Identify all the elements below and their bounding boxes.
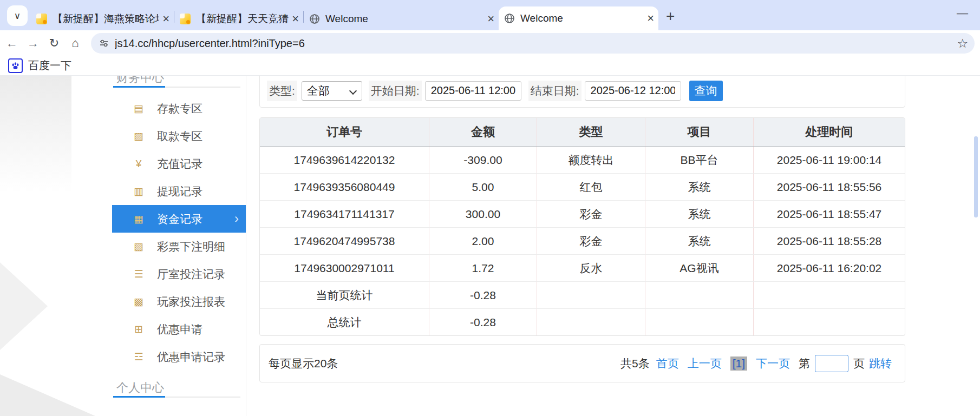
cell-type: 红包 <box>537 174 645 200</box>
minimize-window-button[interactable]: — <box>957 6 968 19</box>
tab-tiantian-guess[interactable]: 【新提醒】天天竞猜（6月11日 × <box>174 8 303 30</box>
total-count-text: 共5条 <box>620 356 650 371</box>
cell-amount: 2.00 <box>429 228 537 254</box>
prev-page-link[interactable]: 上一页 <box>688 356 722 371</box>
table-row: 1749630002971011 1.72 反水 AG视讯 2025-06-11… <box>260 255 905 282</box>
cell-type <box>537 309 645 335</box>
cell-amount: 1.72 <box>429 255 537 281</box>
home-icon[interactable]: ⌂ <box>66 36 84 50</box>
start-date-input[interactable] <box>425 81 521 101</box>
back-icon[interactable]: ← <box>3 36 21 50</box>
scrollbar-thumb[interactable] <box>974 136 978 217</box>
sidebar-item-funds-records[interactable]: ▦ 资金记录 › <box>112 205 246 233</box>
tab-strip: ∨ 【新提醒】海燕策略论坛综合交 × 【新提醒】天天竞猜（6月11日 × Wel… <box>0 0 980 30</box>
cell-type: 反水 <box>537 255 645 281</box>
tab-welcome-active[interactable]: Welcome × <box>499 6 658 30</box>
tab-haiyan-forum[interactable]: 【新提醒】海燕策略论坛综合交 × <box>31 8 174 30</box>
sidebar-item-promo-application[interactable]: ⊞ 优惠申请 <box>112 315 246 343</box>
sidebar-item-player-bet-report[interactable]: ▩ 玩家投注报表 <box>112 288 246 315</box>
cell-type <box>537 282 645 308</box>
cell-process-time: 2025-06-11 18:55:28 <box>753 228 905 254</box>
filter-panel: 类型: 全部 开始日期: 结束日期: 查询 <box>259 76 905 108</box>
forward-icon[interactable]: → <box>24 36 42 50</box>
page-number-input[interactable] <box>815 355 848 372</box>
end-date-label: 结束日期: <box>528 81 582 101</box>
tab-title: Welcome <box>520 12 644 24</box>
address-bar[interactable]: js14.cc/hhcp/usercenter.html?iniType=6 ☆ <box>91 33 975 54</box>
close-icon[interactable]: × <box>647 12 654 24</box>
cell-project: AG视讯 <box>645 255 753 281</box>
col-header-project: 项目 <box>645 118 753 146</box>
sidebar-item-hall-bet-records[interactable]: ☰ 厅室投注记录 <box>112 260 246 288</box>
baidu-favicon-icon <box>8 58 23 73</box>
record-list-icon: ☲ <box>132 351 146 363</box>
sidebar-section-finance: 财务中心 <box>113 76 240 88</box>
sidebar-item-label: 优惠申请记录 <box>157 349 225 365</box>
type-select-value: 全部 <box>307 83 330 98</box>
table-row: 1749620474995738 2.00 彩金 系统 2025-06-11 1… <box>260 228 905 255</box>
browser-window: ∨ 【新提醒】海燕策略论坛综合交 × 【新提醒】天天竞猜（6月11日 × Wel… <box>0 0 980 416</box>
next-page-link[interactable]: 下一页 <box>756 356 790 371</box>
sidebar-item-label: 优惠申请 <box>157 322 202 337</box>
background-gradient-shape <box>0 76 71 192</box>
cell-order-id: 1749620474995738 <box>260 228 429 254</box>
cell-order-id: 1749634171141317 <box>260 201 429 227</box>
close-icon[interactable]: × <box>162 13 169 25</box>
cell-type: 彩金 <box>537 228 645 254</box>
deposit-card-icon: ▤ <box>132 102 146 115</box>
globe-icon <box>504 13 515 24</box>
site-info-icon[interactable] <box>99 38 109 49</box>
end-date-input[interactable] <box>585 81 681 101</box>
col-header-order-id: 订单号 <box>260 118 429 146</box>
sidebar-item-lottery-bet-details[interactable]: ▧ 彩票下注明细 <box>112 233 246 260</box>
sidebar-item-promo-application-records[interactable]: ☲ 优惠申请记录 <box>112 343 246 371</box>
tab-welcome[interactable]: Welcome × <box>304 8 499 30</box>
cell-project: BB平台 <box>645 147 753 173</box>
background-triangle-shape <box>0 262 48 350</box>
col-header-type: 类型 <box>537 118 645 146</box>
cell-type: 彩金 <box>537 201 645 227</box>
sidebar-item-label: 厅室投注记录 <box>157 267 225 282</box>
cell-amount: -0.28 <box>429 309 537 335</box>
withdraw-hand-icon: ▨ <box>132 130 146 142</box>
table-body: 1749639614220132 -309.00 额度转出 BB平台 2025-… <box>260 147 905 335</box>
cell-process-time: 2025-06-11 19:00:14 <box>753 147 905 173</box>
tab-title: 【新提醒】天天竞猜（6月11日 <box>196 12 289 26</box>
search-tabs-button[interactable]: ∨ <box>7 5 28 26</box>
cell-project <box>645 282 753 308</box>
sidebar-item-label: 彩票下注明细 <box>157 239 225 254</box>
sidebar-section-personal: 个人中心 <box>113 379 240 398</box>
type-label: 类型: <box>267 81 297 101</box>
page-suffix-text: 页 <box>853 356 865 371</box>
background-triangle-shape <box>0 374 95 416</box>
sidebar-item-withdrawal-records[interactable]: ▥ 提现记录 <box>112 177 246 205</box>
new-tab-button[interactable]: + <box>666 9 675 24</box>
sidebar-item-withdraw-zone[interactable]: ▨ 取款专区 <box>112 122 246 150</box>
cell-order-id: 1749639356080449 <box>260 174 429 200</box>
jump-link[interactable]: 跳转 <box>869 356 892 371</box>
bookmark-star-icon[interactable]: ☆ <box>957 36 968 51</box>
bookmark-baidu[interactable]: 百度一下 <box>28 58 71 73</box>
cell-type: 额度转出 <box>537 147 645 173</box>
browser-toolbar: ← → ↻ ⌂ js14.cc/hhcp/usercenter.html?ini… <box>0 30 980 56</box>
reload-icon[interactable]: ↻ <box>45 36 63 50</box>
sidebar-item-label: 存款专区 <box>157 101 202 116</box>
per-page-text: 每页显示20条 <box>269 356 620 371</box>
first-page-link[interactable]: 首页 <box>656 356 679 371</box>
cell-project: 系统 <box>645 201 753 227</box>
money-bag-icon: ¥ <box>132 158 146 170</box>
main-content: 类型: 全部 开始日期: 结束日期: 查询 订单号 金额 类型 项目 处理时间 <box>259 76 905 382</box>
type-select[interactable]: 全部 <box>302 81 362 101</box>
url-text[interactable]: js14.cc/hhcp/usercenter.html?iniType=6 <box>115 37 957 50</box>
sidebar-menu: ▤ 存款专区 ▨ 取款专区 ¥ 充值记录 ▥ 提现记录 ▦ 资金记录 <box>112 95 246 371</box>
sidebar-item-label: 提现记录 <box>157 184 202 199</box>
close-icon[interactable]: × <box>292 13 299 25</box>
tab-title: 【新提醒】海燕策略论坛综合交 <box>53 12 159 26</box>
sidebar: 财务中心 ▤ 存款专区 ▨ 取款专区 ¥ 充值记录 ▥ 提现记录 <box>112 76 246 416</box>
cell-project: 系统 <box>645 174 753 200</box>
query-button[interactable]: 查询 <box>689 81 723 101</box>
sidebar-item-deposit-zone[interactable]: ▤ 存款专区 <box>112 95 246 122</box>
close-icon[interactable]: × <box>487 13 494 25</box>
sidebar-item-recharge-records[interactable]: ¥ 充值记录 <box>112 150 246 177</box>
cell-order-id: 1749639614220132 <box>260 147 429 173</box>
